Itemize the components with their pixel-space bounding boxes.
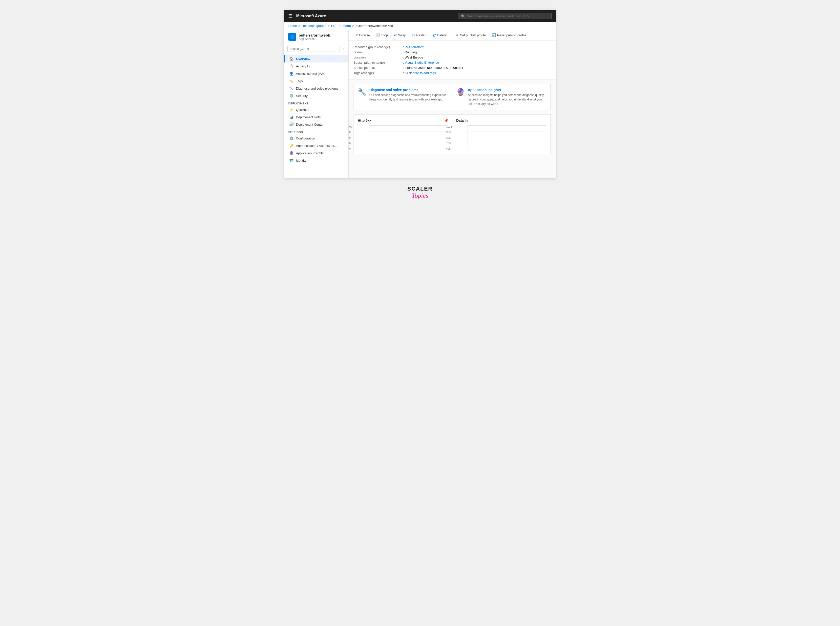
stop-button[interactable]: ⬜ Stop <box>373 32 390 38</box>
card-app-insights[interactable]: 🔮 Application Insights Application Insig… <box>452 84 551 110</box>
sidebar-item-label-activity-log: Activity log <box>296 64 311 68</box>
prop-label-subscription-id: Subscription ID <box>353 66 403 70</box>
breadcrumb-sep-3: > <box>352 24 354 28</box>
section-settings: Settings <box>284 128 349 135</box>
browse-button[interactable]: ↗ Browse <box>353 32 372 38</box>
sidebar-item-activity-log[interactable]: 📋 Activity log <box>284 63 349 70</box>
prop-resource-group: Resource group (change) : PULTerraform <box>353 44 551 50</box>
sidebar-item-tags[interactable]: 🏷️ Tags <box>284 77 349 85</box>
prop-location: Location : West Europe <box>353 55 551 60</box>
chart-line-60 <box>369 150 448 150</box>
chart-line-100 <box>369 125 448 126</box>
chart-data-in-header: Data In <box>456 119 547 122</box>
hamburger-icon[interactable]: ☰ <box>288 13 292 19</box>
overview-icon: 🏠 <box>289 57 294 61</box>
prop-status: Status : Running <box>353 50 551 55</box>
restart-button[interactable]: ↺ Restart <box>410 32 429 38</box>
prop-value-resource-group[interactable]: PULTerraform <box>405 45 424 49</box>
sidebar-item-security[interactable]: 🛡️ Security <box>284 92 349 100</box>
card-app-insights-desc: Application Insights helps you detect an… <box>468 93 547 106</box>
reset-publish-profile-button[interactable]: 🔃 Reset publish profile <box>489 32 529 38</box>
sidebar-item-label-app-insights: Application Insights <box>296 151 323 155</box>
breadcrumb-current: pulterraformwebbac965bc <box>355 24 393 28</box>
sidebar-item-diagnose[interactable]: 🔧 Diagnose and solve problems <box>284 85 349 92</box>
search-icon: 🔍 <box>461 14 465 18</box>
app-insights-icon: 🔮 <box>289 151 294 155</box>
prop-sep-subscription-id: : <box>403 66 405 70</box>
sidebar-item-deployment-center[interactable]: 🔄 Deployment Center <box>284 121 349 128</box>
card-diagnose-content: Diagnose and solve problems Our self-ser… <box>369 88 448 102</box>
swap-button[interactable]: ⇄ Swap <box>391 32 409 38</box>
azure-logo: Microsoft Azure <box>296 14 326 18</box>
top-nav: ☰ Microsoft Azure 🔍 <box>284 10 556 22</box>
sidebar-navigation: 🏠 Overview 📋 Activity log 👤 Access contr… <box>284 54 349 165</box>
toolbar: ↗ Browse ⬜ Stop ⇄ Swap ↺ Restart 🗑 De <box>349 30 556 41</box>
sidebar-item-access-control[interactable]: 👤 Access control (IAM) <box>284 70 349 77</box>
prop-sep-subscription: : <box>403 61 405 64</box>
sidebar-item-label-overview: Overview <box>296 57 310 61</box>
global-search-bar: 🔍 <box>458 13 552 19</box>
deployment-center-icon: 🔄 <box>289 122 294 127</box>
charts-section: Http 5xx 📌 100 90 80 70 60 <box>349 114 556 159</box>
prop-sep-status: : <box>403 50 405 54</box>
prop-sep-resource-group: : <box>403 45 405 49</box>
breadcrumb-resource-groups[interactable]: Resource groups <box>301 24 326 28</box>
sidebar-item-configuration[interactable]: ⚙️ Configuration <box>284 135 349 142</box>
sidebar-item-auth[interactable]: 🔑 Authentication / Authorizati... <box>284 142 349 149</box>
resource-header: 🌐 pulterraformwebb App Service <box>284 30 349 44</box>
restart-label: Restart <box>416 33 427 37</box>
sidebar-item-label-identity: Identity <box>296 159 306 163</box>
resource-icon-symbol: 🌐 <box>290 35 295 39</box>
download-icon: ⬇ <box>455 33 458 37</box>
tags-icon: 🏷️ <box>289 79 294 83</box>
prop-subscription-id: Subscription ID : ff1d424e-36cd-400a-ba0… <box>353 65 551 70</box>
card-diagnose[interactable]: 🔧 Diagnose and solve problems Our self-s… <box>353 84 452 110</box>
chart-http5xx-area <box>369 125 448 150</box>
card-diagnose-title: Diagnose and solve problems <box>369 88 448 92</box>
sidebar-collapse-button[interactable]: « <box>341 46 345 52</box>
card-app-insights-icon: 🔮 <box>456 88 465 96</box>
chart-http5xx-area-wrapper: 100 90 80 70 60 <box>358 125 448 150</box>
pin-icon-http5xx[interactable]: 📌 <box>444 119 448 122</box>
chart-data-in-area <box>467 125 547 150</box>
reset-icon: 🔃 <box>491 33 496 37</box>
access-control-icon: 👤 <box>289 72 294 75</box>
chart-line-70 <box>369 144 448 144</box>
breadcrumb-home[interactable]: Home <box>288 24 297 28</box>
sidebar-search-input[interactable] <box>287 46 339 52</box>
breadcrumb: Home > Resource groups > PULTerraform > … <box>284 22 556 30</box>
prop-value-tags[interactable]: Click here to add tags <box>405 71 436 75</box>
sidebar-item-app-insights[interactable]: 🔮 Application Insights <box>284 149 349 157</box>
watermark-topics-text: Topics <box>407 192 433 199</box>
delete-button[interactable]: 🗑 Delete <box>430 32 449 38</box>
chart-line-80 <box>369 138 448 138</box>
chart-data-line-80b <box>468 138 547 138</box>
sidebar-item-identity[interactable]: 🪪 Identity <box>284 157 349 164</box>
swap-label: Swap <box>398 33 406 37</box>
sidebar-item-label-diagnose: Diagnose and solve problems <box>296 87 338 90</box>
section-deployment: Deployment <box>284 100 349 106</box>
chart-data-line-70b <box>468 144 547 144</box>
swap-icon: ⇄ <box>394 33 397 37</box>
sidebar-item-deployment-slots[interactable]: 📊 Deployment slots <box>284 113 349 121</box>
chart-http5xx-y-labels: 100 90 80 70 60 <box>349 125 352 150</box>
sidebar-item-overview[interactable]: 🏠 Overview <box>284 55 349 63</box>
chart-http5xx-title: Http 5xx <box>358 119 371 122</box>
sidebar-item-quickstart[interactable]: ⚡ Quickstart <box>284 106 349 113</box>
breadcrumb-pul-terraform[interactable]: PULTerraform <box>331 24 351 28</box>
delete-label: Delete <box>437 33 447 37</box>
sidebar-item-label-tags: Tags <box>296 79 303 83</box>
chart-data-in-y-labels: 100B 90B 80B 70B 60B <box>446 125 452 150</box>
quickstart-icon: ⚡ <box>289 108 294 111</box>
prop-subscription: Subscription (change) : Visual Studio En… <box>353 60 551 65</box>
resource-name: pulterraformwebb <box>299 33 330 37</box>
sidebar-search-bar: « <box>284 44 349 54</box>
global-search-input[interactable] <box>467 14 548 18</box>
get-publish-profile-button[interactable]: ⬇ Get publish profile <box>453 32 488 38</box>
chart-data-in: Data In 100B 90B 80B 70B 60B <box>452 114 551 154</box>
prop-tags: Tags (change) : Click here to add tags <box>353 70 551 75</box>
breadcrumb-sep-2: > <box>328 24 330 28</box>
stop-label: Stop <box>381 33 388 37</box>
prop-value-subscription[interactable]: Visual Studio Enterprise <box>405 61 439 64</box>
cards-section: 🔧 Diagnose and solve problems Our self-s… <box>349 80 556 114</box>
